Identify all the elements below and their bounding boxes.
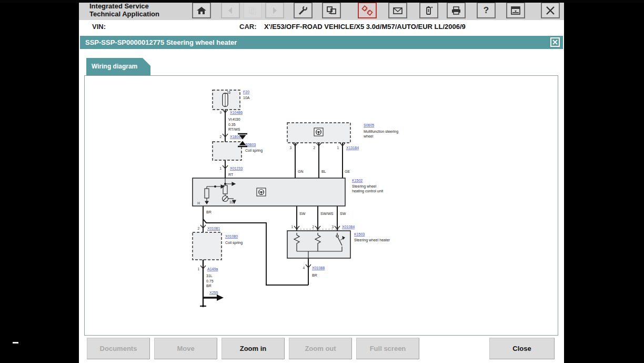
close-app-button[interactable] bbox=[541, 2, 560, 18]
component-link[interactable]: S0605 bbox=[364, 123, 374, 127]
ground-arrow-icon bbox=[217, 295, 224, 301]
terminal-label: 31 bbox=[229, 200, 234, 204]
pin-label: 1 bbox=[337, 146, 339, 150]
connector-link[interactable]: A149a bbox=[207, 267, 218, 271]
connector-link[interactable]: X01081 bbox=[207, 227, 220, 230]
pin-label: 1 bbox=[197, 267, 199, 271]
terminal-label: H bbox=[197, 201, 200, 205]
move-button[interactable]: Move bbox=[154, 338, 217, 359]
full-screen-button[interactable]: Full screen bbox=[356, 338, 419, 359]
zoom-out-button[interactable]: Zoom out bbox=[289, 338, 352, 359]
dialog-close-button[interactable] bbox=[550, 37, 560, 47]
main-toolbar: Integrated Service Technical Application bbox=[79, 0, 564, 21]
pin-label: 9 bbox=[219, 111, 222, 114]
connector-link[interactable]: X01084 bbox=[342, 225, 355, 229]
wire-spec: 0.35 bbox=[228, 123, 236, 126]
wiring-diagram-svg: 16 F20 10A 9 X10486 Vl-Kl30 0.35 RT/WS 2… bbox=[85, 76, 558, 335]
fuse-link[interactable]: F20 bbox=[243, 90, 249, 94]
pin-label: 2 bbox=[313, 146, 315, 150]
connector-link[interactable]: X01233 bbox=[230, 166, 243, 170]
connection-status-button[interactable] bbox=[358, 2, 377, 18]
document-button[interactable] bbox=[243, 2, 262, 18]
wire-spec: BR bbox=[206, 284, 212, 288]
button-label: Documents bbox=[100, 345, 137, 352]
mail-button[interactable] bbox=[388, 2, 407, 18]
pin-label: 2 bbox=[197, 227, 199, 230]
button-label: Zoom in bbox=[240, 345, 267, 352]
wiring-diagram-panel: 16 F20 10A 9 X10486 Vl-Kl30 0.35 RT/WS 2… bbox=[84, 75, 558, 336]
fuse-pin-top: 16 bbox=[227, 91, 231, 94]
wire-color: BR bbox=[206, 210, 212, 214]
button-label: Close bbox=[512, 345, 531, 352]
battery-button[interactable] bbox=[419, 2, 438, 18]
wire-color: SW bbox=[299, 212, 306, 215]
component-name: Multifunction steering bbox=[364, 130, 398, 134]
component-name: wheel bbox=[363, 134, 374, 138]
close-icon bbox=[552, 40, 558, 45]
component-name: Steering wheel bbox=[352, 184, 377, 189]
dialog-title: SSP-SSP-SP0000012775 Steering wheel heat… bbox=[85, 38, 237, 46]
component-link[interactable]: K1503 bbox=[354, 232, 365, 236]
wire-color: RT bbox=[228, 173, 234, 176]
mail-icon bbox=[392, 5, 404, 16]
coil-spring-box-upper bbox=[213, 142, 242, 160]
pin-label: 2 bbox=[312, 225, 314, 229]
component-name: Steering wheel heater bbox=[354, 238, 390, 242]
window-layout-button[interactable] bbox=[506, 2, 525, 18]
component-link[interactable]: K1502 bbox=[352, 179, 363, 182]
wrench-icon bbox=[297, 5, 309, 16]
back-arrow-icon bbox=[225, 5, 236, 16]
close-button[interactable]: Close bbox=[489, 338, 555, 359]
connector-link[interactable]: X10486 bbox=[230, 111, 243, 114]
wire-color: GE bbox=[345, 170, 350, 173]
pin-label: 3 bbox=[289, 146, 291, 150]
forward-button[interactable] bbox=[265, 2, 284, 18]
tab-wiring-diagram[interactable]: Wiring diagram bbox=[86, 58, 150, 76]
printer-icon bbox=[450, 5, 462, 16]
wire-color: SW/WS bbox=[320, 212, 334, 215]
print-button[interactable] bbox=[447, 2, 466, 18]
zoom-in-button[interactable]: Zoom in bbox=[222, 338, 285, 359]
component-name: Coil spring bbox=[225, 241, 243, 245]
steering-wheel-icon bbox=[314, 128, 323, 136]
pin-label: 2 bbox=[219, 135, 222, 139]
wire-color: BR bbox=[312, 273, 317, 277]
wire-color: SW bbox=[340, 212, 346, 215]
ground-link[interactable]: X255 bbox=[209, 291, 218, 295]
connector-link[interactable]: X13184 bbox=[346, 146, 359, 150]
vehicle-interface-button[interactable] bbox=[322, 2, 341, 18]
service-wrench-button[interactable] bbox=[294, 2, 313, 18]
button-label: Move bbox=[177, 345, 194, 352]
screen: Integrated Service Technical Application bbox=[0, 0, 644, 363]
control-unit-icon bbox=[257, 188, 266, 196]
vehicle-interface-icon bbox=[326, 5, 337, 16]
app-title-line1: Integrated Service bbox=[89, 2, 159, 10]
forward-arrow-icon bbox=[269, 5, 280, 16]
documents-button[interactable]: Documents bbox=[87, 338, 150, 359]
home-button[interactable] bbox=[192, 2, 211, 18]
wire-color: GN bbox=[298, 170, 304, 173]
car-label: CAR: bbox=[239, 23, 257, 31]
battery-icon bbox=[423, 5, 435, 16]
car-value: X'/E53/OFF-ROAD VEHICLE/X5 3.0d/M57/AUTO… bbox=[264, 23, 466, 31]
ground-point bbox=[202, 305, 204, 307]
component-name: Coil spring bbox=[245, 149, 263, 153]
home-icon bbox=[196, 5, 207, 16]
window-layout-icon bbox=[510, 5, 521, 16]
top-black-strip bbox=[0, 0, 644, 3]
vin-label: VIN: bbox=[92, 23, 106, 31]
dash-mark bbox=[13, 342, 18, 344]
coil-spring-box-lower bbox=[193, 232, 222, 260]
wire-spec: 0.75 bbox=[206, 279, 214, 283]
wire-spec: RT/WS bbox=[228, 127, 240, 131]
component-name: heating control unit bbox=[352, 189, 383, 193]
help-button[interactable]: ? bbox=[477, 2, 496, 18]
app-title: Integrated Service Technical Application bbox=[89, 2, 159, 18]
back-button[interactable] bbox=[221, 2, 240, 18]
button-label: Full screen bbox=[370, 345, 406, 352]
pin-label: 4 bbox=[303, 266, 305, 270]
component-link[interactable]: X01080 bbox=[225, 234, 238, 238]
connector-link[interactable]: X01088 bbox=[312, 266, 325, 270]
wire-spec: Vl-Kl30 bbox=[228, 117, 240, 121]
button-label: Zoom out bbox=[305, 345, 336, 352]
